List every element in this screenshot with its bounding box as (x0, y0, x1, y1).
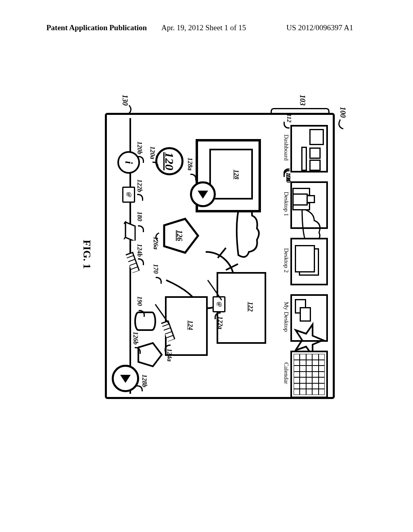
svg-line-7 (208, 280, 222, 300)
ref-128b: 128b (141, 374, 148, 387)
ref-103: 103 (298, 95, 307, 106)
dock-play-icon (112, 365, 139, 392)
svg-marker-26 (120, 375, 131, 383)
ref-128: 128 (233, 170, 240, 179)
thumb-calendar: Calendar 112 (283, 351, 328, 396)
app-icon-126b (135, 341, 163, 369)
thumbnails-row: Dashboard 104 (283, 125, 328, 396)
header-date-sheet: Apr. 19, 2012 Sheet 1 of 15 (161, 23, 246, 32)
header-publication: Patent Application Publication (46, 23, 147, 32)
play-icon-128 (190, 181, 216, 207)
ref-100: 100 (338, 107, 347, 118)
dock-mail-icon: @ (122, 187, 135, 203)
app-icon-126: 126 (160, 216, 200, 256)
info-icon-120: 120 (155, 147, 184, 175)
thumb-mydesktop: My Desktop 110 (283, 294, 328, 339)
thumb-desktop1-label: Desktop 1 (283, 181, 290, 227)
ref-122b: 122b (136, 179, 143, 192)
dock-info-icon: i (117, 151, 140, 174)
ref-112: 112 (286, 114, 292, 123)
ref-170: 170 (152, 264, 159, 274)
ref-122: 122 (247, 302, 254, 312)
svg-marker-19 (124, 222, 125, 240)
thumb-dashboard-label: Dashboard (283, 125, 290, 170)
figure-label: FIG. 1 (81, 240, 93, 269)
page: Patent Application Publication Apr. 19, … (0, 0, 413, 532)
svg-marker-6 (198, 191, 208, 199)
figure-area: 100 103 130 FIG. 1 Dashboard (56, 89, 351, 419)
ref-190: 190 (136, 296, 143, 306)
thumb-calendar-label: Calendar (283, 351, 290, 396)
header-pubnum: US 2012/0096397 A1 (286, 23, 353, 32)
ref-130: 130 (121, 95, 129, 106)
ref-120a: 120a (149, 146, 156, 159)
ref-124: 124 (187, 320, 194, 330)
thumb-dashboard-box (290, 125, 328, 172)
ref-120: 120 (163, 152, 176, 170)
thumb-desktop2-box (290, 238, 328, 285)
ref-180: 180 (136, 212, 143, 221)
thumb-mydesktop-label: My Desktop (283, 294, 290, 339)
dock-folder-icon (124, 220, 138, 241)
ref-128a: 128a (186, 158, 194, 170)
thumb-desktop1: Desktop 1 106 (283, 181, 328, 227)
figure-rotated: 100 103 130 FIG. 1 Dashboard (56, 89, 351, 419)
bridge-interface-100: Dashboard 104 (105, 113, 335, 399)
thumb-desktop2-label: Desktop 2 (283, 238, 290, 283)
ref-126b: 126b (132, 332, 139, 345)
thumb-dashboard: Dashboard 104 (283, 125, 328, 170)
thumb-mydesktop-box (290, 294, 328, 342)
thumb-desktop1-box (290, 181, 328, 229)
svg-marker-16 (138, 343, 162, 366)
ref-124b: 124b (136, 244, 143, 257)
ref-126: 126 (175, 230, 184, 241)
calendar-grid-icon (294, 354, 325, 395)
svg-line-15 (155, 304, 169, 324)
svg-marker-18 (125, 222, 135, 241)
thumb-calendar-box (290, 351, 328, 398)
ref-120b: 120b (136, 141, 143, 154)
thumb-desktop2: Desktop 2 108 (283, 238, 328, 283)
